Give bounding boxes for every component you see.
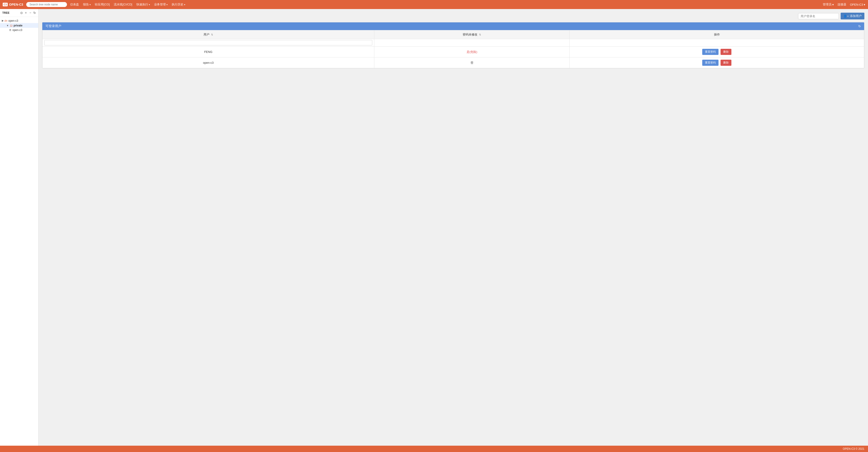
table-row: open-c3 否 重置密码 删除	[42, 57, 864, 68]
user-cell-feng: FENG	[42, 46, 374, 57]
users-table: 用户 ⇅ 密码未修改 ⇅ 操作	[42, 30, 864, 68]
col-password-label: 密码未修改	[463, 33, 477, 36]
nav-connector[interactable]: 连接器	[837, 2, 846, 6]
content-area: 👤+ 添加用户 可登录用户 ↻ 用户 ⇅ 密码未修改	[38, 9, 868, 446]
delete-button-feng[interactable]: 删除	[720, 49, 732, 55]
tree-item-open-c3[interactable]: ▶ 🗁 open-c3	[0, 18, 38, 23]
sidebar-header: TREE ⊙ ＋ － ↻	[0, 9, 38, 17]
reset-password-button-open-c3[interactable]: 重置密码	[702, 60, 718, 66]
col-password-sort-icon: ⇅	[479, 33, 481, 36]
nav-item-quick-exec[interactable]: 快速执行▾	[136, 2, 150, 6]
col-header-password[interactable]: 密码未修改 ⇅	[374, 30, 569, 39]
col-header-user[interactable]: 用户 ⇅	[42, 30, 374, 39]
user-input-bar: 👤+ 添加用户	[42, 13, 864, 20]
filter-password-cell	[374, 39, 569, 46]
tree-item-open-c3-child[interactable]: 🖹 open-c3	[0, 28, 38, 32]
col-action-label: 操作	[714, 33, 720, 36]
tree-label-open-c3-child: open-c3	[12, 29, 22, 32]
action-cell-open-c3: 重置密码 删除	[570, 57, 864, 68]
user-cell-open-c3: open-c3	[42, 57, 374, 68]
password-cell-feng: 是(危险)	[374, 46, 569, 57]
user-login-input[interactable]	[798, 13, 839, 19]
nav-item-dashboard[interactable]: 仪表盘	[70, 2, 79, 6]
sidebar-minus-icon[interactable]: －	[29, 11, 32, 15]
logo-area: C3 OPEN-C3	[3, 3, 23, 6]
nav-item-cicd[interactable]: 流水线[CI/CD]	[114, 2, 132, 6]
panel-header: 可登录用户 ↻	[42, 22, 864, 30]
table-filter-row	[42, 39, 864, 46]
tree-item-private[interactable]: ▼ 🗂 private	[0, 23, 38, 28]
col-user-label: 用户	[204, 33, 210, 36]
delete-button-open-c3[interactable]: 删除	[720, 60, 732, 66]
action-cell-feng: 重置密码 删除	[570, 46, 864, 57]
nav-right: 管理员▾ 连接器 OPEN-C3▾	[823, 2, 865, 6]
panel-refresh-icon[interactable]: ↻	[858, 24, 861, 28]
table-header-row: 用户 ⇅ 密码未修改 ⇅ 操作	[42, 30, 864, 39]
search-input[interactable]	[26, 2, 67, 7]
app-title: OPEN-C3	[9, 3, 23, 6]
col-user-sort-icon: ⇅	[211, 33, 213, 36]
nav-item-co[interactable]: 轻应用[CO]	[95, 2, 110, 6]
file-icon: 🖹	[9, 29, 11, 31]
main-layout: TREE ⊙ ＋ － ↻ ▶ 🗁 open-c3 ▼ 🗂 private	[0, 9, 868, 446]
table-row: FENG 是(危险) 重置密码 删除	[42, 46, 864, 57]
nav-admin[interactable]: 管理员▾	[823, 2, 834, 6]
tree-arrow-down-icon: ▼	[6, 24, 9, 27]
footer: OPEN-C3 © 2021	[0, 446, 868, 452]
tree-arrow-icon: ▶	[2, 19, 4, 22]
panel-title: 可登录用户	[45, 24, 61, 28]
reset-password-button-feng[interactable]: 重置密码	[702, 49, 718, 55]
tree-label-open-c3: open-c3	[8, 19, 18, 22]
sidebar-locate-icon[interactable]: ⊙	[20, 11, 23, 15]
sidebar-tree-label: TREE	[2, 11, 9, 14]
password-danger-text-feng: 是(危险)	[467, 50, 477, 54]
folder-open-icon: 🗂	[10, 24, 13, 27]
folder-icon: 🗁	[4, 19, 7, 22]
nav-item-exec-history[interactable]: 执行历史▾	[172, 2, 185, 6]
sidebar-refresh-icon[interactable]: ↻	[33, 11, 36, 15]
col-header-action: 操作	[570, 30, 864, 39]
sidebar: TREE ⊙ ＋ － ↻ ▶ 🗁 open-c3 ▼ 🗂 private	[0, 9, 38, 446]
top-navbar: C3 OPEN-C3 仪表盘 报告▾ 轻应用[CO] 流水线[CI/CD] 快速…	[0, 0, 868, 9]
add-user-button[interactable]: 👤+ 添加用户	[841, 13, 864, 20]
login-users-panel: 可登录用户 ↻ 用户 ⇅ 密码未修改 ⇅ 操作	[42, 22, 864, 68]
nav-item-biz-manage[interactable]: 业务管理▾	[154, 2, 167, 6]
add-user-label: 添加用户	[850, 14, 862, 18]
logo-box: C3	[3, 3, 8, 6]
password-cell-open-c3: 否	[374, 57, 569, 68]
filter-action-cell	[570, 39, 864, 46]
filter-user-cell	[42, 39, 374, 46]
nav-open-c3[interactable]: OPEN-C3▾	[850, 3, 865, 6]
filter-user-input[interactable]	[44, 40, 372, 45]
nav-items: 仪表盘 报告▾ 轻应用[CO] 流水线[CI/CD] 快速执行▾ 业务管理▾ 执…	[70, 2, 819, 6]
tree-items: ▶ 🗁 open-c3 ▼ 🗂 private 🖹 open-c3	[0, 17, 38, 34]
nav-item-report[interactable]: 报告▾	[83, 2, 91, 6]
footer-text: OPEN-C3 © 2021	[843, 447, 864, 450]
tree-label-private: private	[13, 24, 22, 27]
sidebar-header-icons: ⊙ ＋ － ↻	[20, 11, 36, 15]
sidebar-add-icon[interactable]: ＋	[24, 11, 27, 15]
add-user-icon: 👤+	[843, 14, 849, 18]
